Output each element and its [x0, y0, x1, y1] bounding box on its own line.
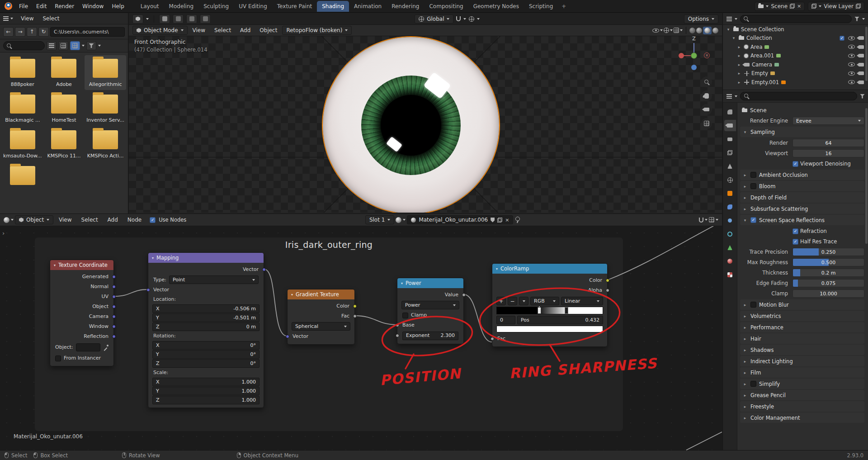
menu-view[interactable]: View	[17, 14, 38, 23]
proportional-editing-icon[interactable]	[469, 16, 474, 22]
socket-normal-output[interactable]	[112, 285, 116, 289]
node-header[interactable]: ▾Mapping	[148, 253, 264, 263]
menu-select[interactable]: Select	[38, 14, 63, 23]
ramp-specials-dropdown[interactable]	[519, 297, 528, 305]
transform-orientation-dropdown[interactable]: Global	[415, 14, 453, 24]
outliner-editor-icon[interactable]	[726, 17, 732, 21]
tab-layout[interactable]: Layout	[136, 1, 164, 12]
outliner-row-camera[interactable]: ▸ Camera	[723, 60, 868, 69]
tab-physics[interactable]	[724, 228, 736, 240]
browse-material-icon[interactable]	[396, 217, 401, 223]
section-bloom[interactable]: ▸Bloom	[740, 181, 864, 191]
tab-scene[interactable]	[724, 161, 736, 172]
back-button[interactable]: ←	[3, 27, 14, 37]
viewport-canvas[interactable]: Front Orthographic (47) Collection | Sph…	[129, 36, 722, 213]
hide-viewport-icon[interactable]	[848, 36, 855, 40]
properties-editor-icon[interactable]	[726, 94, 732, 99]
socket-color-output[interactable]	[606, 279, 609, 282]
sidebar-toggle-icon[interactable]: ›	[2, 230, 5, 237]
node-header[interactable]: ▾Gradient Texture	[288, 289, 354, 299]
tab-compositing[interactable]: Compositing	[424, 1, 468, 12]
outliner-row-scene-collection[interactable]: ▾ Scene Collection	[723, 25, 868, 34]
chevron-down-icon[interactable]	[146, 18, 149, 20]
shading-material-preview-active[interactable]	[703, 27, 712, 34]
socket-color-output[interactable]	[353, 304, 357, 308]
perspective-toggle-button[interactable]	[701, 118, 712, 129]
snap-dropdown-icon[interactable]	[463, 18, 466, 20]
socket-value-output[interactable]	[462, 293, 466, 297]
socket-vector-input[interactable]	[286, 335, 289, 338]
tab-texture[interactable]	[724, 269, 736, 280]
menu-view[interactable]: View	[189, 26, 209, 35]
max-roughness-slider[interactable]: 0.500	[793, 258, 864, 266]
tab-object[interactable]	[724, 188, 736, 199]
socket-fac-input[interactable]	[491, 337, 494, 341]
shading-wireframe-icon[interactable]	[689, 28, 695, 33]
socket-vector-output[interactable]	[262, 268, 266, 271]
socket-exponent-input[interactable]	[396, 334, 399, 337]
camera-view-button[interactable]	[701, 104, 712, 115]
simplify-checkbox[interactable]	[750, 381, 756, 387]
socket-alpha-output[interactable]	[606, 289, 609, 292]
editor-type-icon[interactable]	[4, 217, 9, 223]
ramp-stop-active[interactable]	[538, 307, 541, 314]
tab-object-data[interactable]	[724, 242, 736, 253]
scene-selector[interactable]: Scene ×	[755, 2, 805, 11]
socket-uv-output[interactable]	[112, 295, 116, 299]
gizmo-x-neg-dot[interactable]	[679, 53, 684, 58]
menu-help[interactable]: Help	[108, 2, 128, 11]
ssr-checkbox[interactable]	[750, 217, 756, 223]
refraction-checkbox[interactable]	[793, 228, 798, 234]
rotation-x-field[interactable]: X0°	[152, 341, 259, 350]
fake-user-icon[interactable]	[491, 218, 495, 223]
filter-icon[interactable]	[854, 17, 859, 21]
hide-viewport-icon[interactable]	[848, 54, 855, 58]
section-ambient-occlusion[interactable]: ▸Ambient Occlusion	[740, 170, 864, 180]
menu-render[interactable]: Render	[51, 2, 78, 11]
motion-blur-checkbox[interactable]	[750, 302, 756, 308]
section-film[interactable]: ▸Film	[740, 367, 864, 378]
ambient-occlusion-checkbox[interactable]	[750, 172, 756, 178]
hide-viewport-icon[interactable]	[848, 71, 855, 76]
folder-blackmagic[interactable]: Blackmagic ...	[2, 91, 43, 126]
tab-output[interactable]	[724, 133, 736, 145]
node-mapping[interactable]: ▾Mapping Vector Type: Point Vector Locat…	[148, 252, 264, 408]
shading-rendered-icon[interactable]	[712, 28, 718, 33]
scale-y-field[interactable]: Y1.000	[152, 387, 259, 395]
from-instancer-checkbox[interactable]	[55, 356, 61, 361]
outliner-scrollbar[interactable]	[865, 27, 868, 81]
section-color-management[interactable]: ▸Color Management	[740, 413, 864, 423]
section-depth-of-field[interactable]: ▸Depth of Field	[740, 192, 864, 203]
mode-dropdown[interactable]: Object Mode	[132, 26, 188, 35]
menu-add[interactable]: Add	[104, 215, 122, 224]
tab-material[interactable]	[724, 256, 736, 267]
navigation-gizmo[interactable]: Z ×	[676, 38, 712, 74]
tab-shading[interactable]: Shading	[317, 1, 349, 12]
tab-scripting[interactable]: Scripting	[524, 1, 558, 12]
outliner-search-input[interactable]	[740, 15, 852, 23]
menu-node[interactable]: Node	[123, 215, 146, 224]
tab-rendering[interactable]: Rendering	[387, 1, 424, 12]
exponent-field[interactable]: Exponent2.300	[402, 332, 458, 340]
slot-dropdown[interactable]: Slot 1	[365, 215, 394, 224]
menu-file[interactable]: File	[15, 2, 32, 11]
stop-position-slider[interactable]: Pos0.432	[517, 316, 603, 324]
add-stop-button[interactable]: +	[496, 297, 506, 305]
properties-scrollbar[interactable]	[865, 108, 868, 244]
menu-select[interactable]: Select	[77, 215, 102, 224]
retopoflow-menu[interactable]: RetopoFlow (broken)	[282, 26, 352, 35]
new-scene-icon[interactable]	[790, 4, 795, 9]
ramp-stop[interactable]	[565, 307, 568, 314]
chevron-down-icon[interactable]	[862, 18, 865, 20]
chevron-down-icon[interactable]	[11, 219, 14, 221]
up-button[interactable]: ↑	[27, 27, 37, 37]
gradient-type-dropdown[interactable]: Spherical	[292, 322, 350, 331]
falloff-dropdown-icon[interactable]	[477, 18, 480, 20]
half-res-trace-checkbox[interactable]	[793, 239, 798, 245]
stop-index-field[interactable]: 0	[496, 316, 515, 324]
socket-object-output[interactable]	[112, 305, 116, 308]
section-simplify[interactable]: ▸Simplify	[740, 379, 864, 389]
display-thumbnails-small-button[interactable]	[58, 41, 68, 50]
disable-render-icon[interactable]	[859, 54, 864, 57]
hamburger-icon[interactable]	[3, 16, 9, 21]
